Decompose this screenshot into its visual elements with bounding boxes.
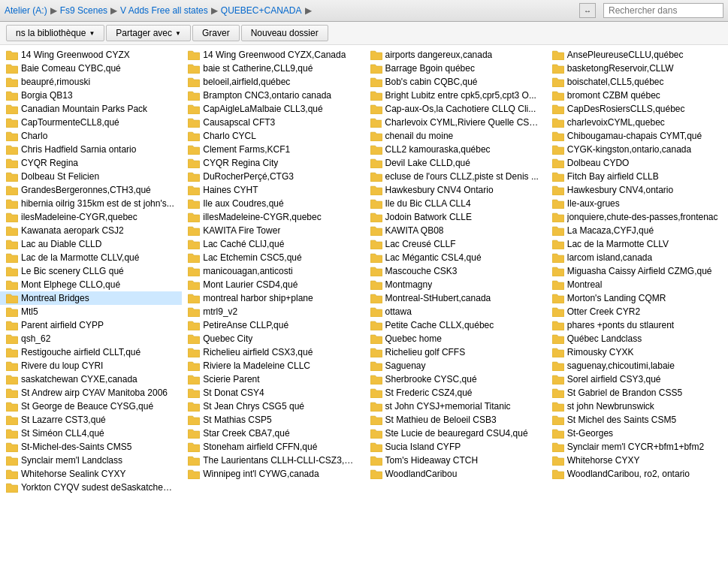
list-item[interactable]: mtrl9_v2	[182, 305, 364, 318]
list-item[interactable]: Richelieu golf CFFS	[364, 345, 546, 359]
list-item[interactable]: GrandesBergeronnes,CTH3,qué	[0, 183, 182, 197]
list-item[interactable]: illesMadeleine-CYGR,quebec	[182, 210, 364, 224]
list-item[interactable]: Star Creek CBA7,qué	[182, 427, 364, 440]
list-item[interactable]: Bob's cabin CQBC,qué	[364, 75, 546, 89]
list-item[interactable]: Charlo CYCL	[182, 129, 364, 143]
list-item[interactable]: Jodoin Batwork CLLE	[364, 210, 546, 224]
list-item[interactable]: Clement Farms,KCF1	[182, 143, 364, 156]
list-item[interactable]: beloeil,airfield,québec	[182, 75, 364, 89]
list-item[interactable]: baie st Catherine,CLL9,qué	[182, 62, 364, 75]
list-item[interactable]: Hawkesbury CNV4,ontario	[546, 183, 728, 197]
breadcrumb-atelier[interactable]: Atelier (A:)	[5, 5, 47, 16]
list-item[interactable]: Chibougamau-chapais CYMT,qué	[546, 129, 728, 143]
list-item[interactable]: CapDesRosiersCLLS,québec	[546, 102, 728, 116]
list-item[interactable]: Sorel airfield CSY3,qué	[546, 372, 728, 386]
list-item[interactable]: phares +ponts du stlaurent	[546, 318, 728, 332]
list-item[interactable]: CYQR Regina	[0, 156, 182, 170]
list-item[interactable]: CLL2 kamouraska,québec	[364, 143, 546, 156]
list-item[interactable]: Stoneham airfield CFFN,qué	[182, 440, 364, 454]
list-item[interactable]: Sherbrooke CYSC,qué	[364, 372, 546, 386]
list-item[interactable]: The Laurientans CLLH-CLLI-CSZ3,qué	[182, 454, 364, 467]
list-item[interactable]: St Donat CSY4	[182, 386, 364, 400]
list-item[interactable]: Tom's Hideaway CTCH	[364, 454, 546, 467]
list-item[interactable]: larcom island,canada	[546, 251, 728, 264]
list-item[interactable]: boischatel,CLL5,québec	[546, 75, 728, 89]
list-item[interactable]: Ste Lucie de beauregard CSU4,qué	[364, 427, 546, 440]
list-item[interactable]: Parent airfield CYPP	[0, 318, 182, 332]
list-item[interactable]: saskatchewan CYXE,canada	[0, 372, 182, 386]
list-item[interactable]: DuRocherPerçé,CTG3	[182, 170, 364, 183]
list-item[interactable]: Chris Hadfield Sarnia ontario	[0, 143, 182, 156]
list-item[interactable]: Sucia Island CYFP	[364, 440, 546, 454]
list-item[interactable]: Brampton CNC3,ontario canada	[182, 89, 364, 102]
library-button[interactable]: ns la bibliothèque ▼	[6, 25, 104, 41]
list-item[interactable]: Ile aux Coudres,qué	[182, 197, 364, 210]
burn-button[interactable]: Graver	[192, 25, 240, 41]
list-item[interactable]: manicouagan,anticosti	[182, 264, 364, 278]
list-item[interactable]: St Mathieu de Beloeil CSB3	[364, 413, 546, 427]
list-item[interactable]: CYQR Regina City	[182, 156, 364, 170]
list-item[interactable]: St George de Beauce CYSG,qué	[0, 400, 182, 413]
list-item[interactable]: Lac Creusé CLLF	[364, 237, 546, 251]
list-item[interactable]: chenail du moine	[364, 129, 546, 143]
list-item[interactable]: beaupré,rimouski	[0, 75, 182, 89]
list-item[interactable]: Causapscal CFT3	[182, 116, 364, 129]
list-item[interactable]: Saguenay	[364, 359, 546, 372]
list-item[interactable]: St Gabriel de Brandon CSS5	[546, 386, 728, 400]
list-item[interactable]: Whitehorse Sealink CYXY	[0, 467, 182, 481]
list-item[interactable]: Montreal-StHubert,canada	[364, 291, 546, 305]
list-item[interactable]: Borgia QB13	[0, 89, 182, 102]
list-item[interactable]: St Michel des Saints CSM5	[546, 413, 728, 427]
list-item[interactable]: Charlevoix CYML,Riviere Quelle CSX...	[364, 116, 546, 129]
list-item[interactable]: ecluse de l'ours CLLZ,piste st Denis ...	[364, 170, 546, 183]
list-item[interactable]: Barrage Bgoin québec	[364, 62, 546, 75]
list-item[interactable]: Montmagny	[364, 278, 546, 291]
list-item[interactable]: ilesMadeleine-CYGR,quebec	[0, 210, 182, 224]
list-item[interactable]: saguenay,chicoutimi,labaie	[546, 359, 728, 372]
list-item[interactable]: bromont CZBM québec	[546, 89, 728, 102]
list-item[interactable]: Bright Lubitz entre cpk5,cpr5,cpt3 O...	[364, 89, 546, 102]
list-item[interactable]: Synclair mem'l CYCR+bfm1+bfm2	[546, 440, 728, 454]
list-item[interactable]: hibernia oilrig 315km est de st john's..…	[0, 197, 182, 210]
breadcrumb-fs9[interactable]: Fs9 Scenes	[60, 5, 107, 16]
list-item[interactable]: PetireAnse CLLP,qué	[182, 318, 364, 332]
list-item[interactable]: Dolbeau CYDO	[546, 156, 728, 170]
list-item[interactable]: St-Georges	[546, 427, 728, 440]
list-item[interactable]: St Mathias CSP5	[182, 413, 364, 427]
list-item[interactable]: WoodlandCaribou	[364, 467, 546, 481]
list-item[interactable]: airports dangereux,canada	[364, 48, 546, 62]
list-item[interactable]: Morton's Landing CQMR	[546, 291, 728, 305]
list-item[interactable]: St Frederic CSZ4,qué	[364, 386, 546, 400]
list-item[interactable]: basketongReservoir,CLLW	[546, 62, 728, 75]
list-item[interactable]: Rivere du loup CYRI	[0, 359, 182, 372]
list-item[interactable]: ottawa	[364, 305, 546, 318]
list-item[interactable]: Ile du Bic CLLA CLL4	[364, 197, 546, 210]
list-item[interactable]: Quebec home	[364, 332, 546, 345]
list-item[interactable]: Richelieu airfield CSX3,qué	[182, 345, 364, 359]
list-item[interactable]: Le Bic scenery CLLG qué	[0, 264, 182, 278]
search-input[interactable]	[603, 3, 723, 18]
nav-button[interactable]: ↔	[579, 3, 596, 18]
list-item[interactable]: Rimousky CYXK	[546, 345, 728, 359]
list-item[interactable]: Québec Landclass	[546, 332, 728, 345]
list-item[interactable]: qsh_62	[0, 332, 182, 345]
list-item[interactable]: Devil Lake CLLD,qué	[364, 156, 546, 170]
share-button[interactable]: Partager avec ▼	[106, 25, 191, 41]
list-item[interactable]: St Jean Chrys CSG5 qué	[182, 400, 364, 413]
list-item[interactable]: CapAigleLaMalbaie CLL3,qué	[182, 102, 364, 116]
list-item[interactable]: La Macaza,CYFJ,qué	[546, 224, 728, 237]
list-item[interactable]: Lac Etchemin CSC5,qué	[182, 251, 364, 264]
list-item[interactable]: CYGK-kingston,ontario,canada	[546, 143, 728, 156]
list-item[interactable]: Hawkesbury CNV4 Ontario	[364, 183, 546, 197]
list-item[interactable]: CapTourmenteCLL8,qué	[0, 116, 182, 129]
list-item[interactable]: Mont Elphege CLLO,qué	[0, 278, 182, 291]
list-item[interactable]: Charlo	[0, 129, 182, 143]
list-item[interactable]: Yorkton CYQV sudest deSaskatchew...	[0, 481, 182, 494]
list-item[interactable]: Cap-aux-Os,la Cachotiere CLLQ Cli...	[364, 102, 546, 116]
list-item[interactable]: Otter Creek CYR2	[546, 305, 728, 318]
list-item[interactable]: Synclair mem'l Landclass	[0, 454, 182, 467]
list-item[interactable]: charlevoixCYML,quebec	[546, 116, 728, 129]
breadcrumb-quebec[interactable]: QUEBEC+CANADA	[221, 5, 302, 16]
list-item[interactable]: Restigouche airfield CLLT,qué	[0, 345, 182, 359]
list-item[interactable]: Mtl5	[0, 305, 182, 318]
